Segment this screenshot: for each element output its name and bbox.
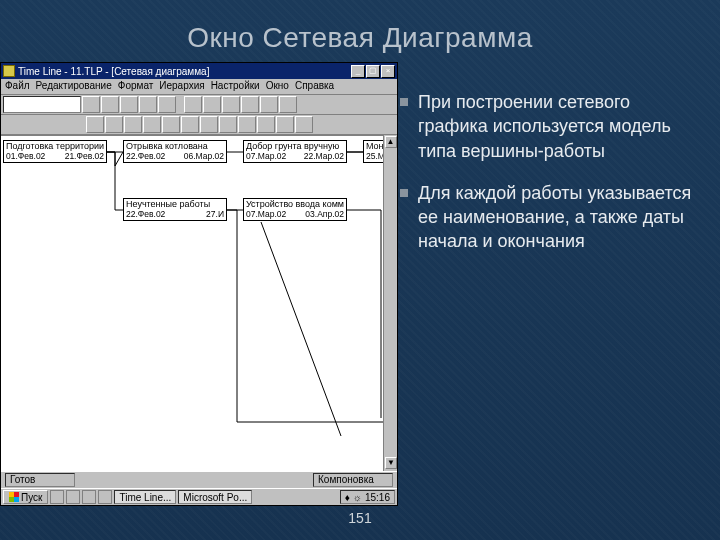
- task-node[interactable]: Отрывка котлована 22.Фев.0206.Мар.02: [123, 140, 227, 163]
- task-start: 07.Мар.02: [246, 152, 286, 161]
- link-lines: [1, 136, 397, 471]
- bullet-text: Для каждой работы указывается ее наимено…: [418, 181, 692, 254]
- task-end: 27.И: [206, 210, 224, 219]
- toolbar-button[interactable]: [203, 96, 221, 113]
- task-label: Microsoft Po...: [183, 492, 247, 503]
- toolbar-button[interactable]: [276, 116, 294, 133]
- toolbar-button[interactable]: [124, 116, 142, 133]
- menu-format[interactable]: Формат: [118, 80, 154, 93]
- bullet-text: При построении сетевого графика использу…: [418, 90, 692, 163]
- toolbar-button[interactable]: [120, 96, 138, 113]
- task-node[interactable]: Устройство ввода коммуни 07.Мар.0203.Апр…: [243, 198, 347, 221]
- window-title: Time Line - 11.TLP - [Сетевая диаграмма]: [18, 66, 209, 77]
- task-end: 21.Фев.02: [65, 152, 104, 161]
- status-left: Готов: [5, 473, 75, 487]
- bullet-list: При построении сетевого графика использу…: [400, 90, 692, 272]
- task-node[interactable]: Подготовка территории 01.Фев.0221.Фев.02: [3, 140, 107, 163]
- bullet-icon: [400, 98, 408, 106]
- task-start: 22.Фев.02: [126, 152, 165, 161]
- toolbar-button[interactable]: [219, 116, 237, 133]
- menu-settings[interactable]: Настройки: [211, 80, 260, 93]
- menu-file[interactable]: Файл: [5, 80, 30, 93]
- scroll-down-icon[interactable]: ▼: [385, 457, 397, 469]
- toolbar-button[interactable]: [279, 96, 297, 113]
- task-start: 07.Мар.02: [246, 210, 286, 219]
- slide-title: Окно Сетевая Диаграмма: [0, 22, 720, 54]
- diagram-canvas[interactable]: Подготовка территории 01.Фев.0221.Фев.02…: [1, 135, 397, 471]
- toolbar-button[interactable]: [200, 116, 218, 133]
- task-end: 06.Мар.02: [184, 152, 224, 161]
- clock: 15:16: [365, 492, 390, 503]
- quicklaunch-icon[interactable]: [98, 490, 112, 504]
- toolbar-button[interactable]: [222, 96, 240, 113]
- menu-help[interactable]: Справка: [295, 80, 334, 93]
- taskbar-task[interactable]: Microsoft Po...: [178, 490, 252, 504]
- toolbar-button[interactable]: [158, 96, 176, 113]
- app-icon: [3, 65, 15, 77]
- toolbar-button[interactable]: [241, 96, 259, 113]
- system-tray[interactable]: ♦ ☼ 15:16: [340, 490, 395, 504]
- app-window: Time Line - 11.TLP - [Сетевая диаграмма]…: [0, 62, 398, 506]
- minimize-button[interactable]: _: [351, 65, 365, 78]
- quicklaunch-icon[interactable]: [66, 490, 80, 504]
- vertical-scrollbar[interactable]: ▲ ▼: [383, 135, 397, 471]
- toolbar-button[interactable]: [86, 116, 104, 133]
- bullet-item: Для каждой работы указывается ее наимено…: [400, 181, 692, 254]
- task-node[interactable]: Добор грунта вручную 07.Мар.0222.Мар.02: [243, 140, 347, 163]
- toolbar-button[interactable]: [139, 96, 157, 113]
- task-node[interactable]: Неучтенные работы 22.Фев.0227.И: [123, 198, 227, 221]
- toolbar-button[interactable]: [143, 116, 161, 133]
- toolbar-button[interactable]: [105, 116, 123, 133]
- task-start: 22.Фев.02: [126, 210, 165, 219]
- close-button[interactable]: ×: [381, 65, 395, 78]
- task-start: 01.Фев.02: [6, 152, 45, 161]
- quicklaunch-icon[interactable]: [82, 490, 96, 504]
- toolbar-button[interactable]: [101, 96, 119, 113]
- scroll-up-icon[interactable]: ▲: [385, 136, 397, 148]
- status-right: Компоновка: [313, 473, 393, 487]
- taskbar: Пуск Time Line... Microsoft Po... ♦ ☼ 15…: [1, 488, 397, 505]
- taskbar-task[interactable]: Time Line...: [114, 490, 176, 504]
- page-number: 151: [0, 510, 720, 526]
- tray-icon: ♦: [345, 492, 350, 503]
- view-selector[interactable]: [3, 96, 81, 113]
- task-end: 22.Мар.02: [304, 152, 344, 161]
- toolbar-primary: [1, 95, 397, 115]
- maximize-button[interactable]: ▢: [366, 65, 380, 78]
- start-label: Пуск: [21, 492, 42, 503]
- toolbar-button[interactable]: [257, 116, 275, 133]
- titlebar[interactable]: Time Line - 11.TLP - [Сетевая диаграмма]…: [1, 63, 397, 79]
- task-label: Time Line...: [119, 492, 171, 503]
- statusbar: Готов Компоновка: [1, 471, 397, 488]
- quicklaunch-icon[interactable]: [50, 490, 64, 504]
- toolbar-button[interactable]: [184, 96, 202, 113]
- menu-window[interactable]: Окно: [266, 80, 289, 93]
- toolbar-button[interactable]: [295, 116, 313, 133]
- windows-icon: [9, 492, 19, 502]
- menubar: Файл Редактирование Формат Иерархия Наст…: [1, 79, 397, 95]
- tray-icon: ☼: [353, 492, 362, 503]
- bullet-item: При построении сетевого графика использу…: [400, 90, 692, 163]
- toolbar-button[interactable]: [82, 96, 100, 113]
- menu-hierarchy[interactable]: Иерархия: [159, 80, 204, 93]
- toolbar-button[interactable]: [162, 116, 180, 133]
- task-end: 03.Апр.02: [305, 210, 344, 219]
- toolbar-button[interactable]: [238, 116, 256, 133]
- menu-edit[interactable]: Редактирование: [36, 80, 112, 93]
- toolbar-button[interactable]: [260, 96, 278, 113]
- toolbar-button[interactable]: [181, 116, 199, 133]
- toolbar-secondary: [1, 115, 397, 135]
- start-button[interactable]: Пуск: [3, 490, 48, 504]
- bullet-icon: [400, 189, 408, 197]
